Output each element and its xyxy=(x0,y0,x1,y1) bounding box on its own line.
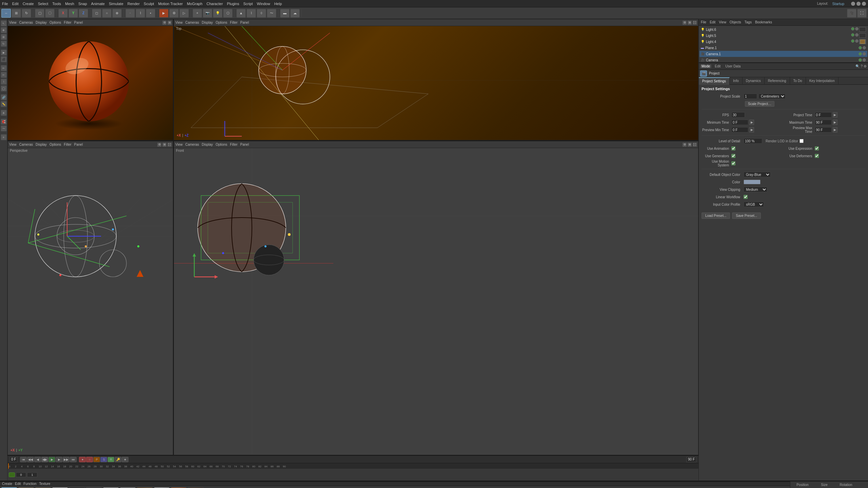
menu-mograph[interactable]: MoGraph xyxy=(187,2,202,6)
menu-mesh[interactable]: Mesh xyxy=(65,2,74,6)
menu-help[interactable]: Help xyxy=(274,2,282,6)
tl-key-all[interactable]: ★ xyxy=(122,457,129,462)
props-icon-project[interactable]: 🎬 xyxy=(700,70,707,77)
tl-frame-start[interactable]: 0 xyxy=(16,472,26,477)
tl-end[interactable]: ⏭ xyxy=(70,457,77,462)
props-settings-icon[interactable]: ⚙ xyxy=(864,64,867,68)
vp-top-menu-view[interactable]: View xyxy=(175,21,183,24)
tool-model[interactable]: ◻ xyxy=(92,9,101,18)
om-menu-file[interactable]: File xyxy=(701,20,706,24)
vp-top-menu-options[interactable]: Options xyxy=(216,21,227,24)
tool-floor[interactable]: ▬ xyxy=(280,9,290,18)
vp-persp-icon-2[interactable]: ⊞ xyxy=(162,143,166,147)
menu-window[interactable]: Window xyxy=(257,2,270,6)
tool-move[interactable]: ↔ xyxy=(1,9,11,18)
vp-front-menu-options[interactable]: Options xyxy=(216,143,227,146)
preview-max-arrow[interactable]: ▶ xyxy=(833,127,837,133)
scale-project-button[interactable]: Scale Project… xyxy=(745,101,774,107)
mat-menu-texture[interactable]: Texture xyxy=(39,482,51,486)
tl-prev-key[interactable]: ◀◀ xyxy=(27,457,34,462)
vp-front-menu-view[interactable]: View xyxy=(175,143,183,146)
camera-vis-dot[interactable] xyxy=(859,58,862,62)
vp-render-menu-panel[interactable]: Panel xyxy=(74,21,83,24)
vp-render-menu-filter[interactable]: Filter xyxy=(64,21,71,24)
object-item-camera[interactable]: 🎥 Camera xyxy=(699,57,867,63)
timeline-tracks[interactable]: 0 1 xyxy=(7,469,698,481)
tool-object[interactable]: ○ xyxy=(102,9,112,18)
light6-lock-dot[interactable] xyxy=(855,27,859,30)
proj-tab-todo[interactable]: To Do xyxy=(790,77,806,85)
light5-vis-dot[interactable] xyxy=(851,33,854,37)
left-tool-bridge[interactable]: ⌇ xyxy=(1,79,7,85)
om-menu-view[interactable]: View xyxy=(719,20,726,24)
use-generators-check[interactable] xyxy=(731,154,735,158)
om-menu-objects[interactable]: Objects xyxy=(730,20,741,24)
tool-lasso[interactable]: 〇 xyxy=(45,9,55,18)
min-time-arrow[interactable]: ▶ xyxy=(749,120,754,125)
camera-lock-dot[interactable] xyxy=(863,58,866,62)
vp-top-icon-2[interactable]: ⊞ xyxy=(688,21,692,25)
left-tool-move[interactable]: ✥ xyxy=(1,27,7,33)
mat-menu-edit[interactable]: Edit xyxy=(15,482,21,486)
project-time-arrow[interactable]: ▶ xyxy=(833,112,837,118)
tool-add-spline[interactable]: ⌇ xyxy=(246,9,256,18)
om-menu-bookmarks[interactable]: Bookmarks xyxy=(755,20,772,24)
camera1-lock-dot[interactable] xyxy=(863,52,866,56)
object-item-camera1[interactable]: 🎥 Camera.1 xyxy=(699,51,867,57)
plane1-lock-dot[interactable] xyxy=(863,46,866,49)
use-motion-check[interactable] xyxy=(731,161,735,165)
left-tool-more[interactable]: ≡ xyxy=(1,134,7,140)
props-search-icon[interactable]: 🔍 xyxy=(855,64,860,68)
min-time-input[interactable] xyxy=(731,120,748,125)
om-menu-edit[interactable]: Edit xyxy=(710,20,715,24)
lod-input[interactable] xyxy=(744,138,762,144)
light4-tag-slot[interactable] xyxy=(859,39,866,44)
object-item-light6[interactable]: 💡 Light.6 xyxy=(699,26,867,33)
viewport-render[interactable]: View Cameras Display Options Filter Pane… xyxy=(7,19,174,140)
vp-top-menu-cameras[interactable]: Cameras xyxy=(185,21,199,24)
timeline-ruler[interactable]: 0 2 4 6 8 10 12 14 16 18 20 22 24 26 xyxy=(7,463,698,469)
menu-render[interactable]: Render xyxy=(127,2,140,6)
tool-select[interactable]: ▢ xyxy=(35,9,44,18)
proj-tab-referencing[interactable]: Referencing xyxy=(765,77,790,85)
vp-persp-menu-filter[interactable]: Filter xyxy=(64,143,71,146)
proj-tab-dynamics[interactable]: Dynamics xyxy=(743,77,765,85)
menu-plugins[interactable]: Plugins xyxy=(227,2,239,6)
default-color-dropdown[interactable]: Gray-Blue Red Green Blue xyxy=(744,172,771,177)
project-time-input[interactable] xyxy=(815,112,832,118)
mode-tab-mode[interactable]: Mode xyxy=(700,64,711,68)
menu-select[interactable]: Select xyxy=(38,2,48,6)
tl-key-param[interactable]: 🔑 xyxy=(115,457,121,462)
preview-min-arrow[interactable]: ▶ xyxy=(749,127,754,133)
vp-front-icon-2[interactable]: ⊞ xyxy=(688,143,692,147)
vp-persp-icon-1[interactable]: ⚙ xyxy=(157,143,161,147)
object-item-light4[interactable]: 💡 Light.4 xyxy=(699,39,867,45)
vp-render-menu-cameras[interactable]: Cameras xyxy=(19,21,33,24)
left-tool-rotate[interactable]: ↻ xyxy=(1,41,7,47)
tool-rotate[interactable]: ↻ xyxy=(22,9,31,18)
project-scale-unit[interactable]: Centimeters Meters Millimeters Inches Fe… xyxy=(758,94,786,99)
win-close-btn[interactable] xyxy=(862,2,866,6)
use-deformers-check[interactable] xyxy=(815,154,819,158)
tool-scale[interactable]: ⊞ xyxy=(12,9,21,18)
vp-front-menu-panel[interactable]: Panel xyxy=(240,143,249,146)
left-tool-arrow[interactable]: ↖ xyxy=(1,20,7,26)
tl-rewind[interactable]: ⏮ xyxy=(20,457,27,462)
tool-z[interactable]: Z xyxy=(79,9,88,18)
left-tool-magnet[interactable]: 🧲 xyxy=(1,119,7,125)
max-time-input[interactable] xyxy=(815,120,832,125)
tool-add-null[interactable]: + xyxy=(193,9,202,18)
tool-point[interactable]: · xyxy=(125,9,135,18)
menu-file[interactable]: File xyxy=(2,2,8,6)
render-lod-check[interactable] xyxy=(800,139,804,143)
mode-tab-userdata[interactable]: User Data xyxy=(724,64,742,68)
tl-play-back[interactable]: ◀▶ xyxy=(41,457,48,462)
light5-tag-slot[interactable] xyxy=(859,33,866,38)
left-tool-knife[interactable]: ✂ xyxy=(1,72,7,78)
left-tool-spline[interactable]: 〜 xyxy=(1,125,7,131)
tl-play[interactable]: ▶ xyxy=(48,457,55,462)
menu-edit[interactable]: Edit xyxy=(12,2,19,6)
vp-top-icon-3[interactable]: ⛶ xyxy=(693,21,697,25)
vp-render-icon-1[interactable]: ⚙ xyxy=(162,21,166,25)
tool-environment[interactable]: ☁ xyxy=(290,9,300,18)
